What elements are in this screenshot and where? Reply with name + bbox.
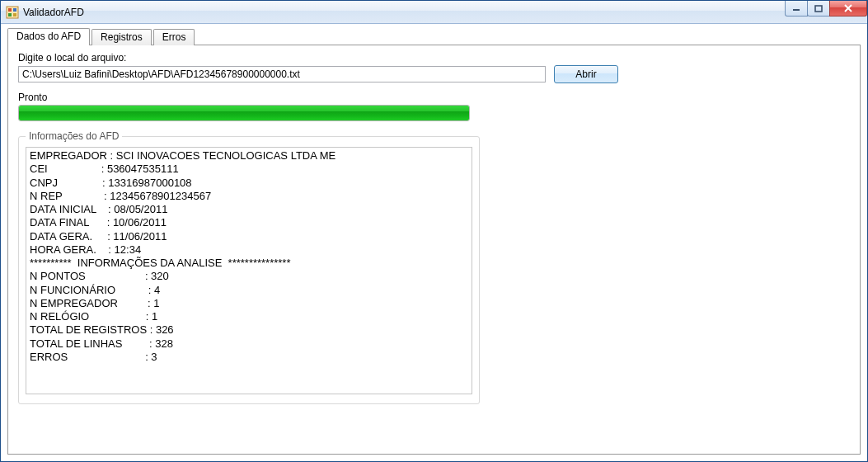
titlebar[interactable]: ValidadorAFD — [1, 1, 867, 24]
tab-erros[interactable]: Erros — [153, 29, 195, 45]
tab-strip: Dados do AFD Registros Erros — [7, 28, 861, 45]
progress-bar — [18, 105, 470, 121]
app-icon — [6, 6, 19, 19]
tab-dados-do-afd[interactable]: Dados do AFD — [7, 28, 90, 45]
open-button[interactable]: Abrir — [554, 65, 618, 83]
info-groupbox-title: Informações do AFD — [26, 130, 122, 142]
svg-rect-6 — [815, 6, 822, 12]
tab-page-dados: Digite o local do arquivo: Abrir Pronto … — [7, 45, 861, 455]
svg-rect-2 — [13, 8, 16, 12]
file-row: Abrir — [18, 65, 850, 83]
minimize-button[interactable] — [785, 1, 808, 16]
status-label: Pronto — [18, 92, 850, 103]
maximize-button[interactable] — [807, 1, 830, 16]
svg-rect-4 — [13, 13, 16, 16]
svg-rect-3 — [8, 13, 12, 16]
window-title: ValidadorAFD — [23, 7, 84, 18]
svg-rect-1 — [8, 8, 12, 12]
file-path-input[interactable] — [18, 66, 546, 82]
client-area: Dados do AFD Registros Erros Digite o lo… — [1, 24, 867, 461]
info-textarea[interactable] — [26, 147, 472, 394]
close-button[interactable] — [829, 1, 867, 16]
progress-fill — [19, 106, 469, 120]
svg-rect-5 — [793, 9, 800, 11]
file-prompt-label: Digite o local do arquivo: — [18, 52, 850, 64]
window-buttons — [786, 1, 867, 17]
tab-registros[interactable]: Registros — [91, 29, 152, 45]
app-window: ValidadorAFD Dados do AFD Registros Erro… — [0, 0, 868, 462]
info-groupbox: Informações do AFD — [18, 136, 480, 404]
